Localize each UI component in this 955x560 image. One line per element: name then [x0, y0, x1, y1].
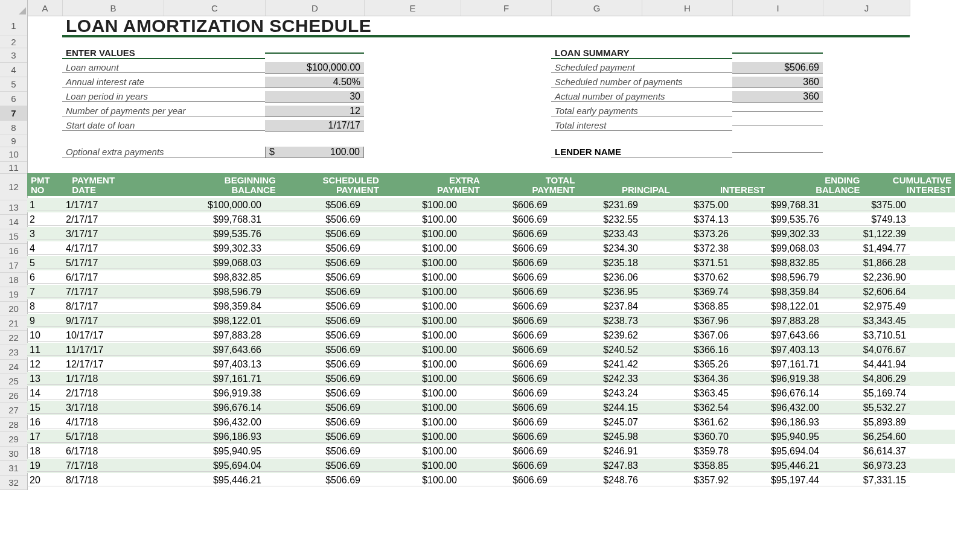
cell[interactable]: $100.00 [364, 272, 461, 284]
cell[interactable]: $506.69 [265, 243, 364, 255]
cell[interactable]: $100.00 [364, 214, 461, 226]
cell[interactable]: 7 [27, 287, 62, 298]
cell[interactable]: $606.69 [461, 446, 551, 457]
table-row[interactable]: 131/17/18$97,161.71$506.69$100.00$606.69… [27, 372, 955, 386]
cell[interactable]: $606.69 [461, 316, 551, 327]
cell[interactable]: $4,441.94 [823, 359, 910, 371]
cell[interactable]: 6 [27, 272, 62, 284]
cell[interactable]: $95,694.04 [732, 446, 823, 457]
cell[interactable]: 3/17/18 [62, 402, 164, 414]
table-row[interactable]: 197/17/18$95,694.04$506.69$100.00$606.69… [27, 459, 955, 473]
cell[interactable]: $364.36 [642, 374, 732, 385]
cell[interactable]: 10/17/17 [62, 330, 164, 342]
cell[interactable]: $374.13 [642, 214, 732, 226]
table-row[interactable]: 1010/17/17$97,883.28$506.69$100.00$606.6… [27, 328, 955, 343]
cell[interactable]: 1/17/17 [62, 200, 164, 211]
cell[interactable]: 12 [27, 359, 62, 371]
cell[interactable]: 9 [27, 316, 62, 327]
cell[interactable]: 6/17/17 [62, 272, 164, 284]
cell[interactable]: 5 [27, 258, 62, 269]
cell[interactable]: 4/17/17 [62, 243, 164, 255]
cell[interactable]: $95,694.04 [164, 460, 265, 472]
row-header-30[interactable]: 30 [0, 447, 27, 461]
cell[interactable]: 6/17/18 [62, 446, 164, 457]
cell[interactable]: $96,432.00 [732, 402, 823, 414]
cell[interactable]: $6,614.37 [823, 446, 910, 457]
cell[interactable]: $96,432.00 [164, 417, 265, 428]
row-header-23[interactable]: 23 [0, 345, 27, 360]
cell[interactable]: $95,197.44 [732, 475, 823, 486]
cell[interactable]: $233.43 [551, 229, 642, 240]
cell[interactable]: 3 [27, 229, 62, 240]
cell[interactable]: $606.69 [461, 229, 551, 240]
cell[interactable]: $368.85 [642, 301, 732, 313]
cell[interactable]: $2,236.90 [823, 272, 910, 284]
table-row[interactable]: 11/17/17$100,000.00$506.69$100.00$606.69… [27, 198, 955, 212]
cell[interactable]: $96,676.14 [732, 388, 823, 399]
col-header-payment[interactable]: TOTALPAYMENT [484, 173, 578, 196]
col-header-balance[interactable]: ENDINGBALANCE [768, 173, 863, 196]
row-header-25[interactable]: 25 [0, 374, 27, 389]
cell[interactable]: 20 [27, 475, 62, 486]
row-header-15[interactable]: 15 [0, 229, 27, 244]
cell[interactable]: $96,186.93 [732, 417, 823, 428]
cell[interactable]: $100.00 [364, 475, 461, 486]
cell[interactable]: $100.00 [364, 460, 461, 472]
cell[interactable]: $100.00 [364, 345, 461, 356]
cell[interactable]: $95,940.95 [732, 431, 823, 443]
cell[interactable]: $506.69 [265, 359, 364, 371]
cell[interactable]: $506.69 [265, 200, 364, 211]
cell[interactable]: $98,832.85 [732, 258, 823, 269]
cell[interactable]: $100.00 [364, 301, 461, 313]
cell[interactable]: $244.15 [551, 402, 642, 414]
cell[interactable]: $362.54 [642, 402, 732, 414]
cell[interactable]: 8/17/17 [62, 301, 164, 313]
cell[interactable]: $3,343.45 [823, 316, 910, 327]
input-value[interactable]: 4.50% [265, 77, 364, 88]
cell[interactable]: $234.30 [551, 243, 642, 255]
column-header-D[interactable]: D [266, 0, 365, 16]
cell[interactable]: 8/17/18 [62, 475, 164, 486]
cell[interactable]: $100.00 [364, 200, 461, 211]
column-header-A[interactable]: A [28, 0, 63, 16]
cell[interactable]: $100.00 [364, 402, 461, 414]
input-value[interactable]: 12 [265, 106, 364, 117]
cell[interactable]: $98,832.85 [164, 272, 265, 284]
cell[interactable]: $369.74 [642, 287, 732, 298]
row-header-6[interactable]: 6 [0, 92, 27, 106]
table-row[interactable]: 153/17/18$96,676.14$506.69$100.00$606.69… [27, 401, 955, 415]
cell[interactable]: $98,359.84 [164, 301, 265, 313]
cell[interactable]: $506.69 [265, 374, 364, 385]
cell[interactable]: 16 [27, 417, 62, 428]
cell[interactable]: $97,883.28 [732, 316, 823, 327]
column-header-C[interactable]: C [164, 0, 266, 16]
cell[interactable]: $98,596.79 [732, 272, 823, 284]
cell[interactable]: $4,076.67 [823, 345, 910, 356]
cell[interactable]: $6,973.23 [823, 460, 910, 472]
cell[interactable]: $606.69 [461, 301, 551, 313]
cell[interactable]: 17 [27, 431, 62, 443]
cell[interactable]: 10 [27, 330, 62, 342]
cell[interactable]: $506.69 [265, 316, 364, 327]
cell[interactable]: $365.26 [642, 359, 732, 371]
cell[interactable]: $236.06 [551, 272, 642, 284]
cell[interactable]: $2,975.49 [823, 301, 910, 313]
cell[interactable]: $96,919.38 [164, 388, 265, 399]
cell[interactable]: $100.00 [364, 417, 461, 428]
cell[interactable]: 11/17/17 [62, 345, 164, 356]
cell[interactable]: $97,403.13 [732, 345, 823, 356]
table-row[interactable]: 164/17/18$96,432.00$506.69$100.00$606.69… [27, 415, 955, 430]
cell[interactable]: $98,122.01 [732, 301, 823, 313]
row-header-9[interactable]: 9 [0, 135, 27, 147]
cell[interactable]: 1/17/18 [62, 374, 164, 385]
cell[interactable]: $5,532.27 [823, 402, 910, 414]
cell[interactable]: $506.69 [265, 272, 364, 284]
cell[interactable]: $506.69 [265, 475, 364, 486]
col-header-date[interactable]: PAYMENTDATE [68, 173, 174, 196]
cell[interactable]: 2 [27, 214, 62, 226]
cell[interactable]: $1,122.39 [823, 229, 910, 240]
cell[interactable]: $100.00 [364, 446, 461, 457]
row-header-18[interactable]: 18 [0, 273, 27, 287]
cell[interactable]: $357.92 [642, 475, 732, 486]
row-header-12[interactable]: 12 [0, 174, 27, 200]
